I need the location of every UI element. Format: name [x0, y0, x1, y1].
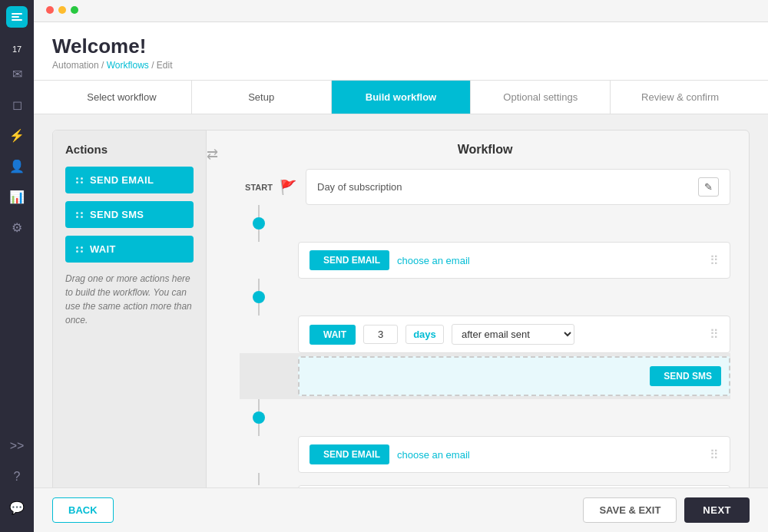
wait-action-button[interactable]: WAIT	[65, 236, 194, 263]
send-email-2-row: SEND EMAIL choose an email ⠿	[240, 436, 730, 473]
transfer-icon-wrapper: ⇄	[207, 131, 221, 487]
wait-card: WAIT days after email sent ⠿	[298, 316, 730, 353]
workflow-container: Actions SEND EMAIL SEND SMS	[52, 130, 750, 487]
footer-right: SAVE & EXIT NEXT	[583, 497, 750, 523]
next-button[interactable]: NEXT	[684, 497, 750, 523]
send-email-dots-icon	[76, 177, 84, 183]
close-dot[interactable]	[46, 6, 54, 14]
wait-tag: WAIT	[310, 325, 356, 345]
workflow-title: Workflow	[240, 143, 730, 157]
start-row: START 🚩 Day of subscription ✎	[240, 169, 730, 205]
stepper: Select workflow Setup Build workflow Opt…	[34, 81, 768, 114]
timeline: START 🚩 Day of subscription ✎	[240, 169, 730, 487]
step-optional-settings[interactable]: Optional settings	[471, 81, 611, 114]
breadcrumb-edit: Edit	[157, 60, 173, 71]
send-email-2-card: SEND EMAIL choose an email ⠿	[298, 436, 730, 473]
sidebar-icon-document[interactable]: ◻	[5, 92, 29, 117]
minimize-dot[interactable]	[58, 6, 66, 14]
connector-1	[240, 205, 730, 242]
footer: BACK SAVE & EXIT NEXT	[34, 487, 768, 532]
wait-number-input[interactable]	[363, 325, 398, 344]
send-email-1-card: SEND EMAIL choose an email ⠿	[298, 242, 730, 279]
sidebar: 17 ✉ ◻ ⚡ 👤 📊 ⚙ >> ? 💬	[0, 0, 34, 532]
breadcrumb-automation: Automation	[52, 60, 99, 71]
actions-panel: Actions SEND EMAIL SEND SMS	[53, 131, 207, 487]
send-email-2-tag: SEND EMAIL	[310, 444, 389, 464]
send-email-1-link[interactable]: choose an email	[397, 255, 470, 266]
sidebar-icon-help[interactable]: ?	[5, 464, 29, 489]
wait-drag-handle[interactable]: ⠿	[710, 327, 719, 342]
notification-badge[interactable]: 17	[12, 45, 22, 54]
flag-icon: 🚩	[280, 179, 296, 196]
svg-rect-1	[12, 16, 19, 18]
sidebar-icon-expand[interactable]: >>	[5, 434, 29, 458]
page-header: Welcome! Automation / Workflows / Edit	[34, 22, 768, 81]
svg-rect-0	[12, 13, 22, 15]
actions-title: Actions	[65, 143, 194, 156]
content-area: Actions SEND EMAIL SEND SMS	[34, 114, 768, 487]
sidebar-icon-mail[interactable]: ✉	[5, 61, 29, 86]
send-email-action-button[interactable]: SEND EMAIL	[65, 167, 194, 193]
sidebar-icon-settings[interactable]: ⚙	[5, 215, 29, 240]
workflow-panel: Workflow START 🚩 Day of subscription ✎	[221, 131, 749, 487]
send-email-1-row: SEND EMAIL choose an email ⠿	[240, 242, 730, 279]
step-setup[interactable]: Setup	[192, 81, 332, 114]
wait-unit: days	[406, 325, 444, 344]
send-email-1-tag: SEND EMAIL	[310, 250, 389, 270]
workflow-header: Workflow	[240, 143, 730, 157]
step-review-confirm[interactable]: Review & confirm	[611, 81, 750, 114]
sms-dragging-content: SEND SMS	[650, 358, 729, 395]
send-email-2-drag-handle[interactable]: ⠿	[710, 448, 719, 462]
send-email-2-link[interactable]: choose an email	[397, 449, 470, 461]
send-sms-dots-icon	[76, 212, 84, 218]
sidebar-icon-analytics[interactable]: ⚡	[5, 123, 29, 147]
main-content: Welcome! Automation / Workflows / Edit S…	[34, 0, 768, 532]
end-card: Do nothing ✎	[298, 485, 730, 487]
window-controls	[46, 6, 756, 14]
back-button[interactable]: BACK	[52, 497, 114, 523]
wait-dots-icon	[76, 246, 84, 253]
sidebar-icon-chart[interactable]: 📊	[5, 184, 29, 209]
wait-row: WAIT days after email sent ⠿	[240, 316, 730, 353]
titlebar	[34, 0, 768, 22]
sms-dragging-card: SEND SMS	[298, 356, 730, 396]
step-build-workflow[interactable]: Build workflow	[332, 81, 472, 114]
wait-after-select[interactable]: after email sent	[452, 324, 574, 345]
breadcrumb: Automation / Workflows / Edit	[52, 60, 750, 71]
connector-4	[240, 473, 730, 485]
connector-dot-1	[240, 205, 278, 242]
maximize-dot[interactable]	[71, 6, 78, 14]
page-title: Welcome!	[52, 35, 750, 58]
connector-3	[240, 399, 730, 436]
app-logo[interactable]	[6, 6, 28, 28]
sms-drag-row: SEND SMS	[240, 353, 730, 399]
step-select-workflow[interactable]: Select workflow	[52, 81, 192, 114]
breadcrumb-workflows[interactable]: Workflows	[107, 60, 149, 71]
end-row: END Do nothing ✎	[240, 485, 730, 487]
send-sms-action-button[interactable]: SEND SMS	[65, 201, 194, 228]
send-email-1-drag-handle[interactable]: ⠿	[710, 253, 719, 268]
trigger-edit-button[interactable]: ✎	[698, 177, 719, 197]
sidebar-icon-contacts[interactable]: 👤	[5, 154, 29, 178]
actions-hint: Drag one or more actions here to build t…	[65, 272, 194, 327]
sms-dragging-tag: SEND SMS	[650, 366, 721, 386]
save-exit-button[interactable]: SAVE & EXIT	[583, 497, 677, 523]
start-label-section: START	[240, 183, 278, 192]
sidebar-icon-chat[interactable]: 💬	[5, 495, 29, 520]
svg-rect-2	[12, 19, 22, 21]
start-label: START	[245, 183, 273, 192]
trigger-label: Day of subscription	[317, 181, 690, 193]
transfer-icon: ⇄	[207, 146, 218, 163]
trigger-card: Day of subscription ✎	[306, 169, 730, 205]
connector-2	[240, 279, 730, 316]
